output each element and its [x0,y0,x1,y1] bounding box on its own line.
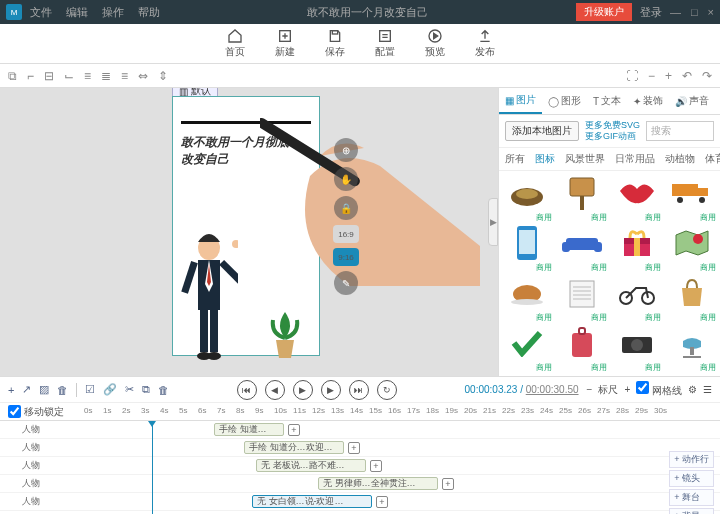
asset-sign[interactable]: 商用 [556,175,609,223]
tl-cut-icon[interactable]: ✂ [125,383,134,396]
timeline-clip[interactable]: 无 女白领…说-欢迎… [252,495,372,508]
zoom-fit-icon[interactable]: ⛶ [626,69,638,83]
align-right-icon[interactable]: ≡ [121,69,128,83]
tl-link-icon[interactable]: 🔗 [103,383,117,396]
cat-scenery[interactable]: 风景世界 [565,152,605,166]
tl-settings-icon[interactable]: ⚙ [688,384,697,395]
track-row[interactable]: 人物手绘 知道分…欢迎…+ [0,439,720,457]
add-stage[interactable]: + 舞台 [669,489,714,506]
timeline-clip[interactable]: 手绘 知道… [214,423,284,436]
asset-chair[interactable]: 商用 [665,325,718,373]
track-row[interactable]: 人物无 女白领…说-欢迎…+ [0,493,720,511]
tl-export-icon[interactable]: ↗ [22,383,31,396]
minimize-icon[interactable]: — [670,6,681,18]
asset-lips[interactable]: 商用 [611,175,664,223]
asset-crown[interactable] [556,375,609,376]
undo-icon[interactable]: ↶ [682,69,692,83]
asset-motorcycle[interactable]: 商用 [611,275,664,323]
tl-list-icon[interactable]: ☰ [703,384,712,395]
timeline-ruler[interactable]: 移动锁定 0s1s2s3s4s5s6s7s8s9s10s11s12s13s14s… [0,403,720,421]
tool-copy-icon[interactable]: ⧉ [8,69,17,83]
close-icon[interactable]: × [708,6,714,18]
align-top-icon[interactable]: ⌐ [27,69,34,83]
panel-collapse-handle[interactable]: ▶ [488,198,498,246]
dist-v-icon[interactable]: ⇕ [158,69,168,83]
next-frame-icon[interactable]: ▶ [321,380,341,400]
asset-papers[interactable]: 商用 [556,275,609,323]
search-input[interactable]: 搜索 [646,121,714,141]
cat-daily[interactable]: 日常用品 [615,152,655,166]
grid-toggle[interactable]: 网格线 [636,381,682,398]
tl-fx-icon[interactable]: ▨ [39,383,49,396]
asset-moneybag[interactable] [611,375,664,376]
cat-sport[interactable]: 体育 [705,152,720,166]
tl-check-icon[interactable]: ☑ [85,383,95,396]
motion-lock-check[interactable] [8,405,21,418]
zoom-plus[interactable]: + [624,384,630,395]
add-local-image-button[interactable]: 添加本地图片 [505,121,579,141]
tl-trash-icon[interactable]: 🗑 [158,384,169,396]
prev-frame-icon[interactable]: ◀ [265,380,285,400]
tl-add-icon[interactable]: + [8,384,14,396]
asset-misc[interactable] [665,375,718,376]
upgrade-button[interactable]: 升级账户 [576,3,632,21]
redo-icon[interactable]: ↷ [702,69,712,83]
tab-image[interactable]: ▦ 图片 [499,88,542,114]
timeline-clip[interactable]: 手绘 知道分…欢迎… [244,441,344,454]
character-businessman[interactable] [180,230,238,360]
asset-carrot[interactable] [501,375,554,376]
align-bot-icon[interactable]: ⌙ [64,69,74,83]
asset-gift[interactable]: 商用 [611,225,664,273]
zoom-out-icon[interactable]: − [648,69,655,83]
menu-action[interactable]: 操作 [102,5,124,20]
tab-decor[interactable]: ✦ 装饰 [627,88,669,114]
tab-library[interactable]: ▤ 素材库 [715,88,720,114]
menu-edit[interactable]: 编辑 [66,5,88,20]
asset-sofa[interactable]: 商用 [556,225,609,273]
track-row[interactable]: 人物无 老板说…路不难…+ [0,457,720,475]
tl-del-icon[interactable]: 🗑 [57,384,68,396]
align-left-icon[interactable]: ≡ [84,69,91,83]
tl-copy-icon[interactable]: ⧉ [142,383,150,396]
edit-tool-icon[interactable]: ✎ [334,271,358,295]
add-camera[interactable]: + 镜头 [669,470,714,487]
ratio-16-9[interactable]: 16:9 [333,225,359,243]
more-gif-link[interactable]: 更多GIF动画 [585,131,640,142]
asset-nest[interactable]: 商用 [501,175,554,223]
tab-text[interactable]: T 文本 [587,88,627,114]
plant-decoration[interactable] [270,310,300,360]
zoom-minus[interactable]: − [587,384,593,395]
cat-nature[interactable]: 动植物 [665,152,695,166]
menu-help[interactable]: 帮助 [138,5,160,20]
ratio-9-16[interactable]: 9:16 [333,248,359,266]
add-clip-button[interactable]: + [288,424,300,436]
asset-map[interactable]: 商用 [665,225,718,273]
zoom-in-icon[interactable]: + [665,69,672,83]
add-clip-button[interactable]: + [442,478,454,490]
asset-phone[interactable]: 商用 [501,225,554,273]
lock-tool-icon[interactable]: 🔒 [334,196,358,220]
asset-bag[interactable]: 商用 [665,275,718,323]
top-publish[interactable]: 发布 [475,28,495,59]
top-home[interactable]: 首页 [225,28,245,59]
dist-h-icon[interactable]: ⇔ [138,69,148,83]
maximize-icon[interactable]: □ [691,6,698,18]
add-background[interactable]: + 背景 [669,508,714,514]
skip-end-icon[interactable]: ⏭ [349,380,369,400]
cat-all[interactable]: 所有 [505,152,525,166]
tab-shape[interactable]: ◯ 图形 [542,88,587,114]
add-clip-button[interactable]: + [376,496,388,508]
add-clip-button[interactable]: + [370,460,382,472]
track-row[interactable]: 人物无 男律师…全神贯注…+ [0,475,720,493]
top-preview[interactable]: 预览 [425,28,445,59]
asset-camera[interactable]: 商用 [611,325,664,373]
menu-file[interactable]: 文件 [30,5,52,20]
add-clip-button[interactable]: + [348,442,360,454]
login-link[interactable]: 登录 [640,5,662,20]
hand-tool-icon[interactable]: ✋ [334,167,358,191]
zoom-tool-icon[interactable]: ⊕ [334,138,358,162]
align-mid-icon[interactable]: ⊟ [44,69,54,83]
cat-icons[interactable]: 图标 [535,152,555,166]
track-row[interactable]: 人物手绘 知道…+ [0,421,720,439]
more-svg-link[interactable]: 更多免费SVG [585,120,640,131]
